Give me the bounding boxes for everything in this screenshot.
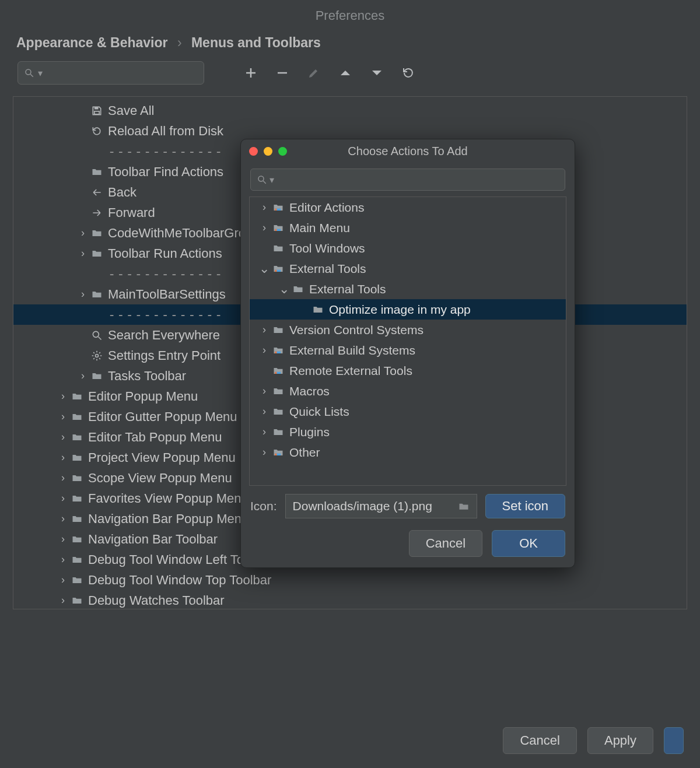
chevron-down-icon[interactable]: ⌄ [278, 282, 290, 297]
tree-row-label: Toolbar Find Actions [108, 164, 223, 180]
tree-row[interactable]: ›Debug Watches Toolbar [13, 590, 687, 609]
chevron-right-icon[interactable]: › [57, 390, 69, 402]
chevron-right-icon[interactable]: › [258, 201, 271, 213]
tree-row[interactable]: Save All [13, 100, 687, 121]
breadcrumb-root[interactable]: Appearance & Behavior [16, 35, 167, 50]
set-icon-button[interactable]: Set icon [485, 494, 566, 518]
chevron-right-icon[interactable]: › [76, 288, 89, 300]
tree-row-label: Other [289, 446, 320, 460]
folder-icon [271, 385, 286, 397]
chevron-right-icon[interactable]: › [57, 451, 69, 464]
tree-row-label: Optimize image in my app [329, 303, 471, 317]
search-icon [24, 68, 34, 78]
tree-row-label: Toolbar Run Actions [108, 246, 222, 261]
tree-row-label: External Build Systems [289, 343, 415, 357]
folder-icon [89, 370, 104, 382]
tree-row-label: Remote External Tools [289, 364, 412, 378]
folder-icon [89, 289, 104, 300]
chevron-right-icon[interactable]: › [57, 574, 69, 586]
tree-row-label: ------------- [108, 307, 223, 322]
svg-rect-3 [94, 111, 99, 114]
folder-icon [89, 227, 104, 239]
apply-button[interactable]: Apply [587, 727, 653, 754]
choose-actions-dialog: Choose Actions To Add ▾ ›Editor Actions›… [240, 139, 575, 568]
tree-row[interactable]: ›Plugins [250, 422, 566, 442]
reset-button[interactable] [399, 64, 418, 82]
chevron-right-icon[interactable]: › [76, 370, 89, 382]
tree-row-label: Search Everywhere [108, 328, 220, 343]
chevron-down-icon[interactable]: ⌄ [258, 261, 271, 276]
folder-icon [271, 243, 286, 254]
tree-row[interactable]: ›Version Control Systems [250, 320, 566, 340]
tree-row[interactable]: ›Main Menu [250, 218, 566, 238]
tree-row-label: Version Control Systems [289, 323, 424, 337]
svg-rect-20 [275, 453, 276, 455]
dialog-cancel-button[interactable]: Cancel [409, 530, 482, 557]
folder-icon [271, 324, 286, 336]
tree-row[interactable]: Tool Windows [250, 238, 566, 258]
folder-icon [69, 452, 85, 464]
chevron-right-icon[interactable]: › [57, 594, 69, 606]
tree-row[interactable]: ›Editor Actions [250, 197, 566, 218]
tree-row[interactable]: ›Other [250, 442, 566, 462]
tree-row[interactable]: Reload All from Disk [13, 121, 687, 141]
remove-button[interactable] [273, 64, 292, 82]
chevron-right-icon[interactable]: › [258, 324, 271, 336]
edit-button [304, 64, 323, 82]
tree-row-label: External Tools [309, 282, 386, 296]
svg-line-5 [99, 336, 102, 339]
tree-row[interactable]: ›Debug Tool Window Top Toolbar [13, 570, 687, 590]
chevron-right-icon[interactable]: › [57, 513, 69, 525]
chevron-right-icon[interactable]: › [57, 492, 69, 504]
chevron-right-icon[interactable]: › [258, 222, 271, 234]
chevron-right-icon[interactable]: › [258, 446, 271, 458]
save-icon [89, 105, 104, 117]
folder-icon [271, 426, 286, 438]
chevron-right-icon[interactable]: › [57, 553, 69, 566]
tree-row-label: Reload All from Disk [108, 124, 223, 139]
tree-row[interactable]: ›External Build Systems [250, 340, 566, 360]
gear-icon [89, 350, 104, 362]
chevron-right-icon[interactable]: › [57, 411, 69, 423]
tree-row-label: ------------- [108, 266, 223, 281]
chevron-right-icon[interactable]: › [258, 426, 271, 438]
chevron-right-icon[interactable]: › [57, 472, 69, 484]
folder-c-icon [271, 447, 286, 458]
folder-icon [290, 283, 306, 295]
move-down-button[interactable] [368, 64, 386, 82]
ok-button-partial[interactable] [664, 727, 684, 754]
tree-row-label: Project View Popup Menu [88, 450, 236, 465]
tree-row-label: External Tools [289, 262, 366, 276]
chevron-right-icon[interactable]: › [57, 533, 69, 545]
chevron-right-icon[interactable]: › [76, 227, 89, 239]
icon-path-field[interactable]: Downloads/image (1).png [285, 494, 477, 518]
folder-c-icon [271, 263, 286, 275]
chevron-right-icon[interactable]: › [76, 247, 89, 259]
folder-icon [271, 406, 286, 418]
tree-row[interactable]: ⌄External Tools [250, 258, 566, 279]
chevron-right-icon[interactable]: › [57, 431, 69, 443]
chevron-right-icon[interactable]: › [258, 344, 271, 356]
add-button[interactable] [242, 64, 260, 82]
dialog-search-input[interactable]: ▾ [250, 169, 565, 191]
search-icon [89, 329, 104, 341]
tree-row[interactable]: Remote External Tools [250, 360, 566, 381]
tree-row[interactable]: Optimize image in my app [250, 299, 566, 320]
icon-label: Icon: [250, 499, 277, 513]
folder-open-icon[interactable] [458, 500, 470, 512]
footer: Cancel Apply [503, 727, 684, 754]
dialog-ok-button[interactable]: OK [492, 530, 565, 557]
chevron-right-icon[interactable]: › [258, 385, 271, 397]
cancel-button[interactable]: Cancel [503, 727, 576, 754]
svg-rect-16 [275, 351, 276, 353]
chevron-right-icon[interactable]: › [258, 405, 271, 418]
dialog-title: Choose Actions To Add [241, 145, 575, 158]
tree-row[interactable]: ›Quick Lists [250, 401, 566, 422]
tree-row[interactable]: ›Macros [250, 381, 566, 401]
folder-icon [69, 513, 85, 525]
tree-row[interactable]: ⌄External Tools [250, 279, 566, 299]
folder-icon [69, 411, 85, 423]
move-up-button[interactable] [336, 64, 355, 82]
search-input[interactable]: ▾ [18, 61, 204, 85]
folder-c-icon [271, 222, 286, 234]
